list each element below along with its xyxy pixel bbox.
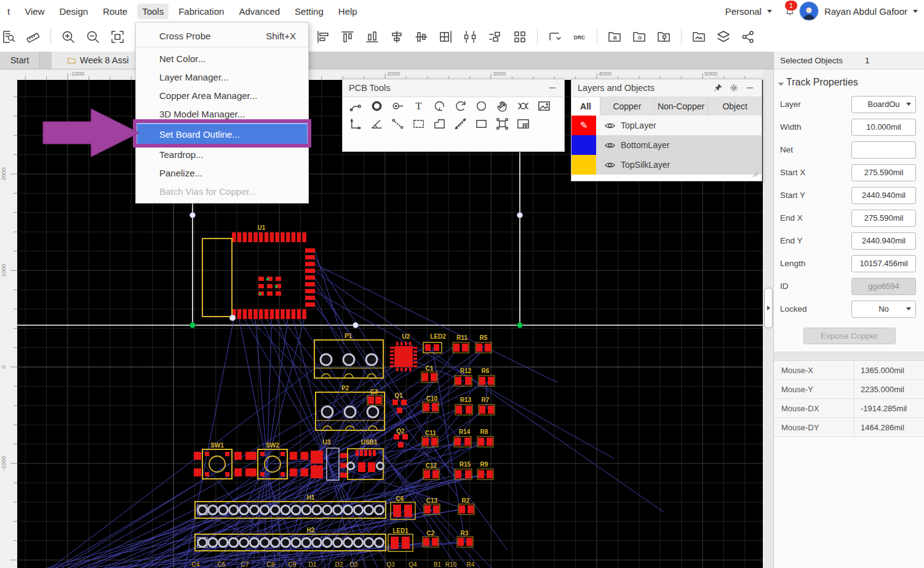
eye-visibility-icon[interactable] [603,119,616,132]
align-top-icon[interactable] [340,30,355,44]
pcb-tools-panel-header[interactable]: PCB Tools [343,79,564,97]
menu-option-3d-model-manager[interactable]: 3D Model Manager... [136,105,308,123]
pad-tool-icon[interactable] [391,99,405,113]
menu-option-teardrop[interactable]: Teardrop... [136,145,308,164]
eye-visibility-icon[interactable] [603,159,616,171]
solid-region-tool-icon[interactable] [432,117,447,131]
footprint-pin-folder-icon[interactable] [656,30,671,44]
drc-check-icon[interactable]: DRC [572,30,587,44]
layers-tab-copper[interactable]: Copper [600,97,654,116]
menu-option-panelize[interactable]: Panelize... [136,164,308,182]
menu-item-route[interactable]: Route [98,4,132,19]
end-x-field[interactable]: 275.590mil [851,210,916,227]
layer-row-bottomlayer[interactable]: BottomLayer [572,135,762,155]
menu-option-copper-area-manager[interactable]: Copper Area Manager... [136,86,308,105]
measure-tool-icon[interactable] [391,117,405,131]
menu-option-net-color[interactable]: Net Color... [136,49,308,68]
align-middle-horizontal-icon[interactable] [414,30,429,44]
net-field[interactable] [851,141,916,159]
ruler-tool-icon[interactable] [453,117,468,131]
resize-grip-icon[interactable] [752,172,761,180]
zoom-in-icon[interactable] [61,30,76,44]
layers-tab-non-copper[interactable]: Non-Copper [654,97,708,116]
angle-dimension-tool-icon[interactable] [370,117,384,131]
layer-select[interactable]: BoardOu [851,96,916,113]
route-outline-icon[interactable] [548,30,562,44]
zoom-fit-icon[interactable] [110,30,125,44]
start-y-field[interactable]: 2440.940mil [851,187,916,204]
share-icon[interactable] [741,30,755,44]
end-y-field[interactable]: 2440.940mil [851,232,916,250]
select-region-tool-icon[interactable] [412,117,426,131]
arrange-cluster-icon[interactable] [512,30,527,44]
user-name[interactable]: Rayan Abdul Gafoor [824,6,907,17]
gear-icon[interactable] [728,82,739,93]
start-x-field[interactable]: 275.590mil [851,164,916,181]
minimize-icon[interactable] [744,82,755,93]
tab-week-8-assi[interactable]: Week 8 Assi [52,52,145,69]
eye-visibility-icon[interactable] [603,139,616,151]
svg-text:C8: C8 [267,561,275,568]
align-left-icon[interactable] [316,30,330,44]
pcb-tools-row2 [343,115,564,133]
rect-tool-icon[interactable] [474,117,488,131]
layers-tab-object[interactable]: Object [707,97,762,116]
sidebar-collapse-handle[interactable] [764,288,773,328]
circle-tool-icon[interactable] [474,99,488,113]
menu-item-tools[interactable]: Tools [137,4,169,19]
length-field[interactable]: 10157.456mil [851,255,916,272]
panelize-tool-icon[interactable] [516,117,530,131]
menu-item-help[interactable]: Help [333,4,362,19]
zoom-out-icon[interactable] [86,30,100,44]
arc-center-tool-icon[interactable] [453,99,468,113]
active-layer-pencil-icon[interactable]: ✎ [572,116,596,135]
footprint-g-folder-icon[interactable]: G [632,30,647,44]
image-export-icon[interactable] [691,30,706,44]
menu-option-cross-probe[interactable]: Cross ProbeShift+X [136,26,308,45]
text-tool-icon[interactable]: T [412,99,426,113]
menu-item-view[interactable]: View [20,4,49,19]
layer-color-swatch[interactable] [572,155,596,175]
svg-text:C13: C13 [426,497,438,504]
avatar[interactable] [799,1,819,21]
layer-color-swatch[interactable] [572,135,596,155]
canvas-origin-tool-icon[interactable] [516,99,530,113]
track-properties-header[interactable]: Track Properties [774,69,924,93]
track-tool-icon[interactable] [349,99,363,113]
document-search-icon[interactable] [1,30,16,44]
layers-icon[interactable] [716,30,731,44]
workspace-switcher[interactable]: Personal [725,6,762,17]
layer-row-toplayer[interactable]: ✎TopLayer [572,116,762,135]
arc-tool-icon[interactable] [432,99,447,113]
pin-icon[interactable] [712,82,723,93]
locked-select[interactable]: No [851,301,916,318]
layers-tab-all[interactable]: All [572,97,600,116]
field-value: 275.590mil [864,168,904,177]
menu-item-fabrication[interactable]: Fabrication [173,4,229,19]
tab-start[interactable]: Start [0,52,40,69]
menu-item-t[interactable]: t [2,4,15,19]
divider [681,29,682,45]
distribute-right-icon[interactable] [488,30,503,44]
align-bottom-icon[interactable] [365,30,380,44]
layers-panel-header[interactable]: Layers and Objects [572,79,762,97]
menu-option-set-board-outline[interactable]: Set Board Outline... [136,123,308,145]
layer-row-topsilklayer[interactable]: TopSilkLayer [572,155,762,175]
distribute-horizontal-icon[interactable] [463,30,478,44]
align-center-vertical-icon[interactable] [389,30,404,44]
pan-tool-icon[interactable] [495,99,509,113]
dimension-tool-icon[interactable] [349,117,363,131]
menu-item-advanced[interactable]: Advanced [234,4,285,19]
via-tool-icon[interactable] [370,99,384,113]
group-tool-icon[interactable] [495,117,509,131]
menu-item-design[interactable]: Design [54,4,93,19]
footprint-b-folder-icon[interactable]: B [607,30,622,44]
minimize-icon[interactable] [547,82,558,93]
design-rule-icon[interactable] [26,30,41,44]
width-field[interactable]: 10.000mil [851,119,916,136]
menu-item-setting[interactable]: Setting [290,4,329,19]
grid-columns-icon[interactable] [439,30,453,44]
menu-option-layer-manager[interactable]: Layer Manager... [136,68,308,86]
image-tool-icon[interactable] [537,99,551,113]
notifications-button[interactable]: 1 [778,2,794,20]
